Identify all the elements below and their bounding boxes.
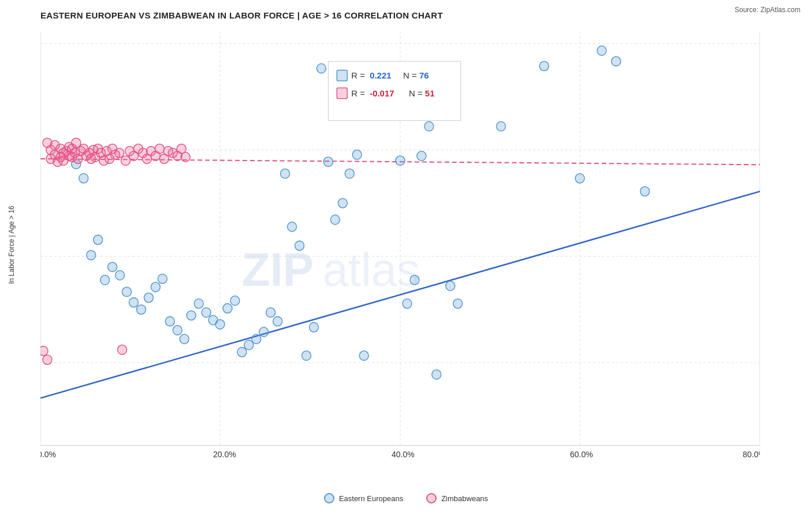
svg-point-37 [173,326,182,335]
svg-text:60.0%: 60.0% [570,450,593,457]
svg-text:N =: N = [403,70,417,80]
svg-point-49 [259,327,269,337]
svg-point-43 [215,319,225,329]
svg-point-45 [230,296,240,305]
svg-text:20.0%: 20.0% [213,450,236,457]
svg-point-58 [323,157,333,166]
svg-point-72 [496,122,505,131]
svg-point-29 [116,271,125,280]
svg-text:0.0%: 0.0% [40,450,56,457]
svg-point-77 [640,186,650,196]
svg-point-44 [223,304,232,313]
svg-point-75 [597,46,606,55]
svg-point-27 [100,275,110,285]
svg-text:R =: R = [351,70,365,80]
svg-point-25 [87,251,96,260]
svg-text:ZIP: ZIP [242,243,314,296]
svg-text:51: 51 [425,88,435,98]
chart-title: EASTERN EUROPEAN VS ZIMBABWEAN IN LABOR … [6,6,800,23]
svg-point-63 [359,351,368,360]
svg-point-110 [115,148,124,158]
svg-point-52 [281,169,290,178]
legend-item-zimbabweans: Zimbabweans [426,493,488,503]
svg-point-33 [144,293,153,302]
svg-text:80.0%: 80.0% [743,450,760,457]
svg-point-68 [424,122,434,131]
svg-point-71 [453,299,463,308]
svg-point-34 [151,282,160,292]
svg-point-51 [273,316,282,326]
svg-text:76: 76 [419,70,429,80]
svg-text:-0.017: -0.017 [370,88,394,98]
svg-point-41 [202,308,211,317]
svg-point-46 [237,348,247,357]
y-axis-label: In Labor Force | Age > 16 [6,32,17,457]
svg-point-53 [288,222,297,232]
svg-point-28 [108,262,117,271]
legend-item-eastern-europeans: Eastern Europeans [324,493,403,503]
svg-point-60 [338,199,347,208]
svg-point-36 [165,316,174,326]
svg-point-64 [396,156,405,165]
svg-rect-129 [328,61,460,120]
svg-point-57 [316,64,326,73]
svg-point-40 [194,299,203,308]
svg-point-76 [612,57,621,66]
svg-point-111 [118,345,127,354]
svg-point-126 [181,152,190,162]
svg-point-54 [295,241,304,250]
legend-container: Eastern Europeans Zimbabweans [0,493,812,503]
svg-point-39 [187,311,196,320]
svg-point-31 [129,298,139,307]
svg-point-62 [352,150,362,159]
legend-dot-zimbabweans [426,493,437,503]
legend-label-zimbabweans: Zimbabweans [441,494,488,503]
legend-dot-eastern-europeans [324,493,334,503]
svg-text:N =: N = [409,88,423,98]
svg-point-70 [446,281,455,290]
svg-point-38 [180,334,189,344]
svg-point-35 [158,274,167,283]
svg-rect-135 [337,88,347,98]
svg-point-59 [330,215,340,224]
chart-container: EASTERN EUROPEAN VS ZIMBABWEAN IN LABOR … [0,0,812,515]
svg-point-67 [417,151,426,161]
svg-point-26 [94,235,103,244]
svg-point-69 [432,370,441,379]
legend-label-eastern-europeans: Eastern Europeans [339,494,403,503]
svg-point-61 [345,169,354,178]
svg-point-24 [79,174,88,183]
svg-point-74 [575,174,584,183]
svg-text:0.221: 0.221 [370,70,391,80]
svg-point-30 [122,287,132,296]
svg-point-127 [40,346,48,356]
svg-point-50 [266,308,275,317]
svg-rect-130 [337,70,347,81]
svg-point-120 [155,144,164,153]
svg-point-56 [310,323,319,332]
svg-text:R =: R = [351,88,365,98]
svg-point-128 [43,355,52,364]
svg-point-48 [252,334,261,344]
svg-text:atlas: atlas [322,243,419,296]
chart-area: 100.0% 75.0% 50.0% 25.0% 0.0% 80.0% 20.0… [40,32,760,457]
svg-point-66 [410,275,419,285]
svg-text:40.0%: 40.0% [392,450,415,457]
svg-point-32 [136,305,146,314]
source-label: Source: ZipAtlas.com [735,6,800,14]
svg-point-65 [403,299,412,308]
chart-svg: 100.0% 75.0% 50.0% 25.0% 0.0% 80.0% 20.0… [40,32,760,457]
svg-point-73 [539,61,549,70]
svg-point-55 [302,351,311,360]
